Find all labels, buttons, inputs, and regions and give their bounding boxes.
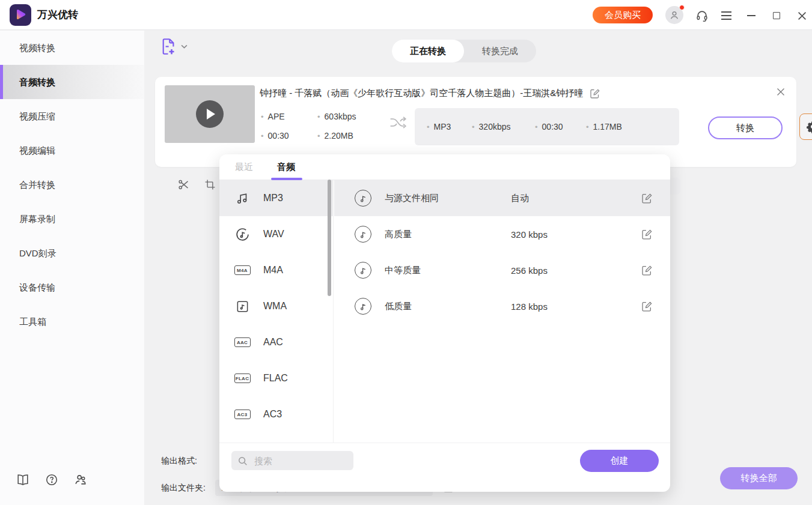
ac3-badge-icon: AC3 bbox=[234, 407, 250, 422]
wav-disc-icon bbox=[234, 226, 250, 242]
support-headset-button[interactable] bbox=[695, 8, 709, 23]
status-tabs: 正在转换 转换完成 bbox=[392, 40, 536, 62]
edit-preset-button[interactable] bbox=[642, 229, 652, 240]
quality-row-same-as-source[interactable]: 与源文件相同 自动 bbox=[334, 180, 670, 216]
quality-row-low[interactable]: 低质量 128 kbps bbox=[334, 288, 670, 324]
add-file-icon bbox=[160, 38, 176, 55]
output-settings-box: MP3 320kbps 00:30 1.17MB bbox=[415, 108, 679, 145]
people-icon bbox=[74, 473, 87, 486]
app-title: 万兴优转 bbox=[37, 0, 78, 30]
add-file-button[interactable] bbox=[160, 38, 188, 55]
format-item-ac3[interactable]: AC3 AC3 bbox=[219, 396, 333, 432]
format-label: AAC bbox=[263, 337, 283, 348]
source-bitrate: 603kbps bbox=[317, 112, 356, 121]
source-size: 2.20MB bbox=[317, 131, 353, 141]
user-icon bbox=[668, 9, 680, 21]
bullet bbox=[535, 122, 538, 132]
task-title: 钟抒曈 - 千落赋（动画《少年歌行互动版》司空千落人物主题曲）-王瑞淇&钟抒曈 bbox=[260, 88, 583, 99]
format-label: MP3 bbox=[263, 193, 283, 204]
window-maximize-button[interactable] bbox=[769, 8, 784, 23]
quality-value: 256 kbps bbox=[511, 265, 613, 276]
task-card: 钟抒曈 - 千落赋（动画《少年歌行互动版》司空千落人物主题曲）-王瑞淇&钟抒曈 … bbox=[155, 77, 796, 167]
audio-note-icon bbox=[355, 262, 371, 279]
format-search-box[interactable] bbox=[231, 451, 353, 470]
bullet bbox=[261, 132, 264, 141]
search-icon bbox=[237, 456, 248, 466]
search-input[interactable] bbox=[253, 455, 337, 467]
sidebar-item-screen-record[interactable]: 屏幕录制 bbox=[0, 202, 144, 236]
flac-badge-icon: FLAC bbox=[234, 370, 250, 386]
format-label: M4A bbox=[263, 265, 283, 276]
crop-button[interactable] bbox=[203, 178, 216, 191]
output-settings-button[interactable] bbox=[799, 113, 812, 140]
user-guide-button[interactable] bbox=[16, 473, 30, 487]
sidebar-item-toolbox[interactable]: 工具箱 bbox=[0, 304, 144, 339]
bullet bbox=[427, 122, 430, 132]
hamburger-menu-button[interactable] bbox=[719, 8, 733, 23]
format-label: WMA bbox=[263, 301, 287, 312]
source-duration: 00:30 bbox=[261, 131, 289, 141]
bullet bbox=[317, 132, 320, 141]
audio-note-icon bbox=[355, 226, 371, 243]
format-item-mp3[interactable]: MP3 bbox=[219, 180, 333, 216]
format-item-flac[interactable]: FLAC FLAC bbox=[219, 360, 333, 396]
sidebar-item-device-transfer[interactable]: 设备传输 bbox=[0, 270, 144, 304]
help-button[interactable] bbox=[44, 473, 59, 487]
format-list-scrollbar[interactable] bbox=[328, 180, 331, 296]
trim-button[interactable] bbox=[177, 178, 190, 191]
format-label: FLAC bbox=[263, 373, 288, 384]
close-icon bbox=[777, 88, 785, 96]
play-icon bbox=[207, 109, 215, 119]
convert-button[interactable]: 转换 bbox=[708, 116, 783, 139]
format-list: MP3 WAV M4A M4A WMA bbox=[219, 180, 334, 443]
create-preset-button[interactable]: 创建 bbox=[580, 450, 659, 472]
format-item-m4a[interactable]: M4A M4A bbox=[219, 252, 333, 288]
quality-value: 自动 bbox=[511, 193, 613, 204]
quality-row-medium[interactable]: 中等质量 256 kbps bbox=[334, 252, 670, 288]
window-minimize-button[interactable] bbox=[744, 8, 759, 23]
media-thumbnail[interactable] bbox=[165, 85, 255, 143]
bullet bbox=[317, 112, 320, 121]
sidebar-item-label: 音频转换 bbox=[19, 77, 55, 87]
play-button[interactable] bbox=[196, 100, 224, 128]
sidebar-item-dvd-burn[interactable]: DVD刻录 bbox=[0, 236, 144, 270]
quality-row-high[interactable]: 高质量 320 kbps bbox=[334, 216, 670, 252]
app-logo bbox=[10, 4, 31, 26]
target-format: MP3 bbox=[427, 122, 451, 132]
community-button[interactable] bbox=[73, 473, 88, 487]
popup-tab-recent[interactable]: 最近 bbox=[235, 154, 253, 180]
output-format-label: 输出格式: bbox=[161, 456, 197, 467]
quality-list: 与源文件相同 自动 高质量 320 kbps 中 bbox=[334, 180, 670, 324]
sidebar-item-merge-convert[interactable]: 合并转换 bbox=[0, 168, 144, 202]
target-size: 1.17MB bbox=[586, 122, 622, 132]
sidebar-item-video-convert[interactable]: 视频转换 bbox=[0, 31, 144, 65]
output-folder-label: 输出文件夹: bbox=[161, 483, 206, 494]
sidebar-item-video-edit[interactable]: 视频编辑 bbox=[0, 133, 144, 168]
sidebar: 视频转换 音频转换 视频压缩 视频编辑 合并转换 屏幕录制 DVD刻录 设备传输… bbox=[0, 31, 144, 505]
membership-buy-button[interactable]: 会员购买 bbox=[593, 7, 653, 23]
format-item-wma[interactable]: WMA bbox=[219, 288, 333, 324]
tab-finished[interactable]: 转换完成 bbox=[464, 40, 536, 62]
sidebar-item-audio-convert[interactable]: 音频转换 bbox=[0, 65, 144, 99]
play-logo-icon bbox=[13, 8, 28, 22]
active-indicator bbox=[0, 65, 3, 99]
window-close-button[interactable] bbox=[795, 8, 809, 23]
help-icon bbox=[45, 473, 58, 486]
rename-button[interactable] bbox=[590, 89, 600, 98]
popup-tab-audio[interactable]: 音频 bbox=[277, 154, 295, 180]
sidebar-footer bbox=[16, 473, 88, 487]
edit-preset-button[interactable] bbox=[642, 193, 652, 204]
convert-direction-icon bbox=[389, 116, 408, 129]
edit-preset-button[interactable] bbox=[642, 301, 652, 312]
sidebar-item-label: 视频编辑 bbox=[19, 145, 55, 156]
sidebar-item-video-compress[interactable]: 视频压缩 bbox=[0, 99, 144, 133]
format-item-aac[interactable]: AAC AAC bbox=[219, 324, 333, 360]
edit-preset-button[interactable] bbox=[642, 265, 652, 276]
tab-converting[interactable]: 正在转换 bbox=[392, 40, 464, 62]
sidebar-item-label: 屏幕录制 bbox=[19, 214, 55, 224]
sidebar-item-label: 合并转换 bbox=[19, 180, 55, 190]
convert-all-button[interactable]: 转换全部 bbox=[720, 467, 798, 489]
format-item-wav[interactable]: WAV bbox=[219, 216, 333, 252]
source-format: APE bbox=[261, 112, 285, 121]
remove-task-button[interactable] bbox=[775, 86, 786, 97]
